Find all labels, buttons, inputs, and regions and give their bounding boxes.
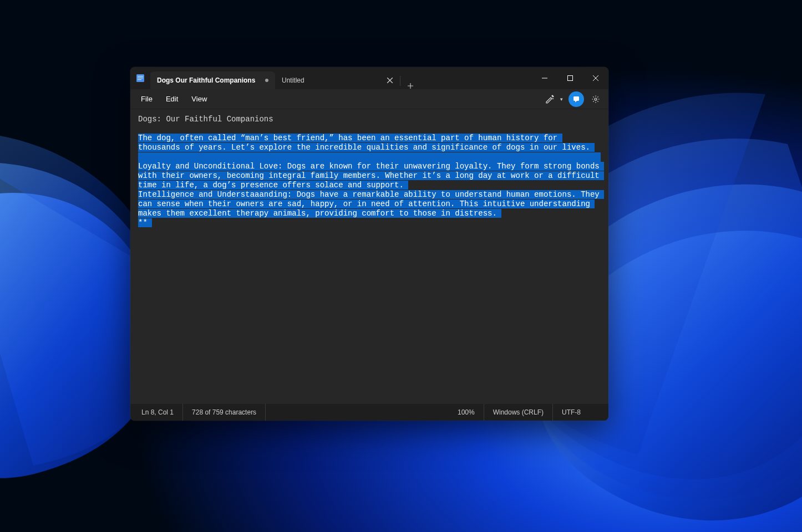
status-zoom[interactable]: 100% xyxy=(449,404,484,421)
chevron-down-icon[interactable]: ▾ xyxy=(560,96,563,102)
status-encoding[interactable]: UTF-8 xyxy=(553,404,608,421)
status-line-ending[interactable]: Windows (CRLF) xyxy=(484,404,553,421)
tab-title: Dogs Our Faithful Companions xyxy=(157,76,261,84)
close-tab-icon[interactable] xyxy=(387,77,393,84)
tab-strip: Dogs Our Faithful Companions Untitled xyxy=(150,67,420,89)
window-controls xyxy=(532,67,608,89)
tab-document-1[interactable]: Dogs Our Faithful Companions xyxy=(150,71,275,89)
svg-rect-2 xyxy=(138,76,143,76)
svg-rect-3 xyxy=(138,78,143,78)
statusbar: Ln 8, Col 1 728 of 759 characters 100% W… xyxy=(130,404,608,421)
menu-view[interactable]: View xyxy=(185,93,213,105)
menubar: File Edit View ▾ xyxy=(130,89,608,109)
notepad-app-icon xyxy=(130,67,150,89)
menu-edit[interactable]: Edit xyxy=(160,93,184,105)
svg-rect-4 xyxy=(138,79,141,80)
copilot-button[interactable] xyxy=(568,91,584,107)
maximize-button[interactable] xyxy=(557,67,583,89)
tab-title: Untitled xyxy=(282,76,382,84)
settings-button[interactable] xyxy=(587,91,604,108)
new-tab-button[interactable] xyxy=(400,83,420,89)
text-editor[interactable]: Dogs: Our Faithful Companions The dog, o… xyxy=(130,109,608,404)
rewrite-ai-button[interactable] xyxy=(541,91,558,108)
close-window-button[interactable] xyxy=(583,67,608,89)
svg-rect-5 xyxy=(568,76,573,81)
status-spacer xyxy=(266,404,449,421)
status-character-count[interactable]: 728 of 759 characters xyxy=(183,404,266,421)
status-cursor-position[interactable]: Ln 8, Col 1 xyxy=(130,404,183,421)
svg-point-6 xyxy=(595,98,597,100)
modified-indicator-icon xyxy=(265,79,268,82)
menu-file[interactable]: File xyxy=(135,93,159,105)
notepad-window: Dogs Our Faithful Companions Untitled xyxy=(130,67,608,421)
tab-document-2[interactable]: Untitled xyxy=(275,71,400,89)
titlebar[interactable]: Dogs Our Faithful Companions Untitled xyxy=(130,67,608,89)
editor-unselected-text: Dogs: Our Faithful Companions xyxy=(138,115,273,124)
minimize-button[interactable] xyxy=(532,67,557,89)
